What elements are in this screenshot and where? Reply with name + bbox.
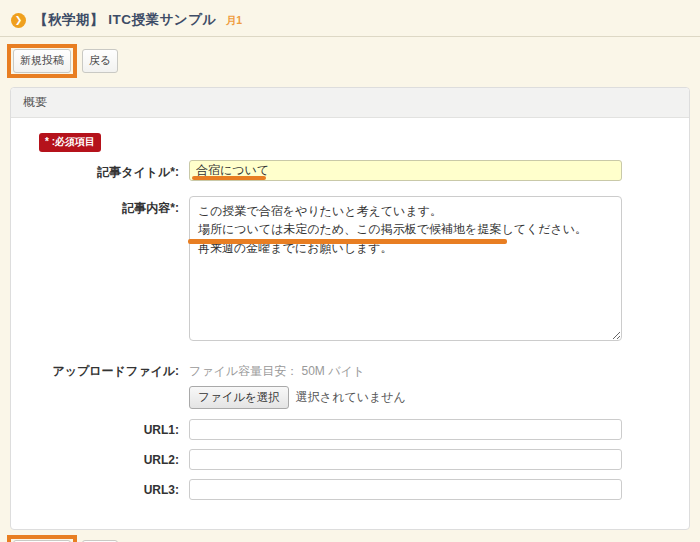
url3-input[interactable] <box>189 479 622 500</box>
required-fields-badge: * :必須項目 <box>39 133 101 152</box>
url3-label: URL3: <box>11 479 189 500</box>
panel-header: 概要 <box>11 88 689 118</box>
chevron-right-circle-icon: ❯ <box>11 13 26 28</box>
url1-label: URL1: <box>11 419 189 440</box>
new-post-button-top[interactable]: 新規投稿 <box>13 49 71 73</box>
article-title-input[interactable] <box>189 160 622 181</box>
article-title-row: 記事タイトル*: <box>11 160 689 181</box>
top-toolbar: 新規投稿 戻る <box>0 37 700 73</box>
upload-file-label: アップロードファイル: <box>11 359 189 409</box>
upload-file-row: アップロードファイル: ファイル容量目安： 50M バイト ファイルを選択 選択… <box>11 359 689 409</box>
article-content-textarea[interactable]: この授業で合宿をやりたいと考えています。 場所については未定のため、この掲示板で… <box>189 196 622 341</box>
article-content-row: 記事内容*: この授業で合宿をやりたいと考えています。 場所については未定のため… <box>11 196 689 345</box>
file-select-status: 選択されていません <box>296 389 406 406</box>
url2-row: URL2: <box>11 449 689 470</box>
url1-row: URL1: <box>11 419 689 440</box>
article-content-label: 記事内容*: <box>11 196 189 345</box>
bottom-toolbar: 新規投稿 戻る <box>0 530 700 542</box>
page-title: 【秋学期】 ITC授業サンプル <box>34 11 217 29</box>
back-button-top[interactable]: 戻る <box>82 49 118 73</box>
panel-body: * :必須項目 記事タイトル*: 記事内容*: この授業で合宿をやりたいと考えて… <box>11 118 689 529</box>
page-header: ❯ 【秋学期】 ITC授業サンプル 月1 <box>0 0 700 36</box>
overview-panel: 概要 * :必須項目 記事タイトル*: 記事内容*: この授業で合宿をやりたいと… <box>10 87 690 530</box>
upload-size-hint: ファイル容量目安： 50M バイト <box>189 359 406 380</box>
file-select-button[interactable]: ファイルを選択 <box>189 386 289 409</box>
url1-input[interactable] <box>189 419 622 440</box>
url2-input[interactable] <box>189 449 622 470</box>
url3-row: URL3: <box>11 479 689 500</box>
url2-label: URL2: <box>11 449 189 470</box>
article-title-label: 記事タイトル*: <box>11 160 189 181</box>
course-period-badge: 月1 <box>226 12 242 28</box>
